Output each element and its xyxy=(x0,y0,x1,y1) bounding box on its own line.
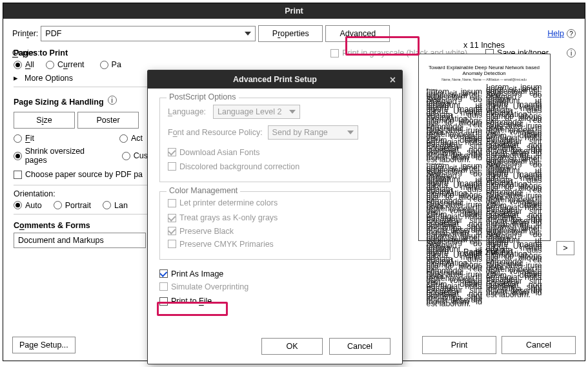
print-preview: Toward Explainable Deep Neural Network b… xyxy=(418,54,551,241)
orient-portrait-radio[interactable]: Portrait xyxy=(54,201,91,210)
info-icon[interactable]: i xyxy=(108,96,117,105)
close-icon[interactable]: × xyxy=(390,74,396,86)
let-printer-check: Let printer determine colors xyxy=(168,198,278,207)
adv-ok-button[interactable]: OK xyxy=(261,338,323,355)
choose-paper-check[interactable]: Choose paper source by PDF pa xyxy=(14,170,143,179)
preserve-cmyk-check: Preserve CMYK Primaries xyxy=(168,240,274,249)
simulate-overprint-check: Simulate Overprinting xyxy=(159,282,248,291)
policy-label: Font and Resource Policy: xyxy=(168,128,263,137)
advanced-print-setup-dialog: Advanced Print Setup × PostScript Option… xyxy=(147,70,403,364)
print-as-image-check[interactable]: Print As Image xyxy=(159,269,223,278)
preview-pager: Page 1 of 7 xyxy=(394,247,574,257)
preview-dims: x 11 Inches xyxy=(394,41,574,50)
chevron-down-icon xyxy=(289,110,296,114)
printer-label: Printer: xyxy=(12,29,38,38)
advanced-button[interactable]: Advanced xyxy=(325,25,390,42)
preview-next-button[interactable]: > xyxy=(556,241,574,255)
poster-button[interactable]: Poster xyxy=(77,112,139,129)
printer-select[interactable]: PDF xyxy=(41,26,256,41)
page-setup-button[interactable]: Page Setup... xyxy=(12,337,76,353)
print-button[interactable]: Print xyxy=(422,336,496,354)
pages-to-print-heading: Pages to Print xyxy=(14,48,156,58)
pages-current-radio[interactable]: Current xyxy=(46,60,85,69)
preserve-black-check: Preserve Black xyxy=(168,227,234,236)
policy-select: Send by Range xyxy=(268,125,358,140)
orientation-label: Orientation: xyxy=(14,189,156,198)
size-button[interactable]: Size xyxy=(14,112,75,129)
more-options-toggle[interactable]: ▸More Options xyxy=(14,73,156,83)
comments-forms-heading: Comments & Forms xyxy=(14,221,156,230)
properties-button[interactable]: Properties xyxy=(258,25,323,42)
adv-cancel-button[interactable]: Cancel xyxy=(329,338,390,355)
orient-auto-radio[interactable]: Auto xyxy=(14,201,42,210)
help-link[interactable]: Help xyxy=(547,29,564,38)
advanced-titlebar: Advanced Print Setup × xyxy=(148,70,402,89)
help-icon[interactable]: ? xyxy=(567,29,576,38)
actual-radio[interactable]: Act xyxy=(119,134,143,143)
discolored-bg-check: Discolored background correction xyxy=(168,162,299,171)
shrink-radio[interactable]: Shrink oversized pages xyxy=(14,147,106,165)
download-asian-check: Download Asian Fonts xyxy=(168,148,259,157)
pages-range-radio[interactable]: Pa xyxy=(100,60,121,69)
postscript-options-group: PostScript Options Language: Language Le… xyxy=(159,98,390,182)
cancel-button[interactable]: Cancel xyxy=(502,336,576,354)
fit-radio[interactable]: Fit xyxy=(14,134,34,143)
comments-forms-select[interactable]: Document and Markups xyxy=(14,233,146,248)
print-to-file-check[interactable]: Print to File xyxy=(159,297,212,306)
advanced-title: Advanced Print Setup xyxy=(233,75,317,84)
print-title: Print xyxy=(285,6,303,16)
custom-radio[interactable]: Cus xyxy=(122,151,148,160)
pages-all-radio[interactable]: All xyxy=(14,60,34,69)
language-label: Language: xyxy=(168,107,208,116)
color-management-group: Color Management Let printer determine c… xyxy=(159,191,390,260)
orient-land-radio[interactable]: Lan xyxy=(103,201,128,210)
print-titlebar: Print xyxy=(3,3,585,19)
treat-grays-check: Treat grays as K-only grays xyxy=(168,213,278,222)
chevron-down-icon xyxy=(245,32,251,36)
page-sizing-heading: Page Sizing & Handling xyxy=(14,98,104,107)
chevron-down-icon xyxy=(347,131,354,134)
language-select: Language Level 2 xyxy=(213,105,300,119)
